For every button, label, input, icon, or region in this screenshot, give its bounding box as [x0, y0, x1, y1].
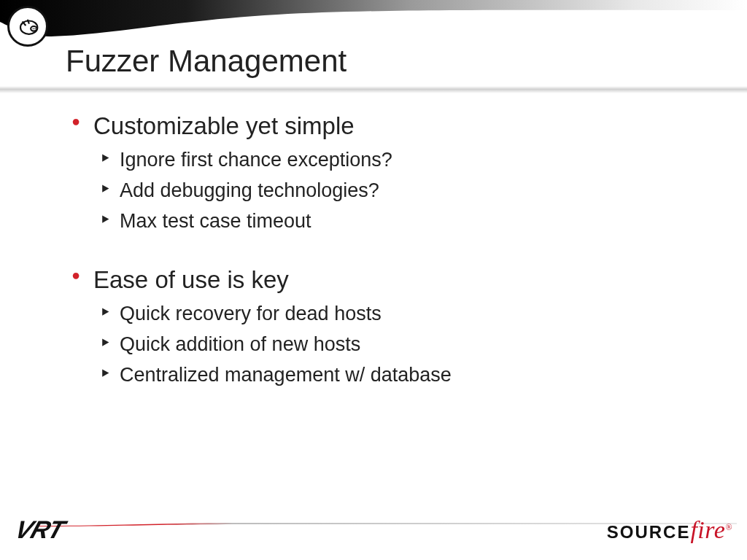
svg-point-2	[33, 28, 34, 30]
vrt-logo: VRT	[16, 516, 63, 544]
registered-mark: ®	[725, 522, 732, 532]
top-banner	[0, 0, 747, 44]
bullet-l1: Ease of use is key	[71, 263, 670, 297]
pig-logo-icon	[7, 6, 48, 47]
bullet-l2: Quick recovery for dead hosts	[99, 300, 670, 328]
svg-point-3	[34, 28, 36, 30]
bullet-l2: Ignore first chance exceptions?	[99, 146, 670, 174]
spacer	[71, 238, 670, 263]
bullet-l1: Customizable yet simple	[71, 109, 670, 143]
sourcefire-logo: SOURCEfire®	[607, 516, 732, 544]
slide: Fuzzer Management Customizable yet simpl…	[0, 0, 747, 560]
sourcefire-fire-text: fire	[690, 516, 725, 543]
bullet-l2: Add debugging technologies?	[99, 176, 670, 205]
slide-body: Customizable yet simple Ignore first cha…	[71, 109, 670, 392]
title-divider	[0, 86, 747, 93]
bullet-l2: Max test case timeout	[99, 207, 670, 236]
bullet-l2: Centralized management w/ database	[99, 361, 670, 389]
svg-point-4	[25, 24, 26, 26]
vrt-logo-text: VRT	[12, 516, 68, 544]
slide-title: Fuzzer Management	[66, 44, 347, 79]
sourcefire-source-text: SOURCE	[607, 522, 691, 542]
swoosh-graphic	[0, 0, 747, 44]
bullet-l2: Quick addition of new hosts	[99, 330, 670, 359]
